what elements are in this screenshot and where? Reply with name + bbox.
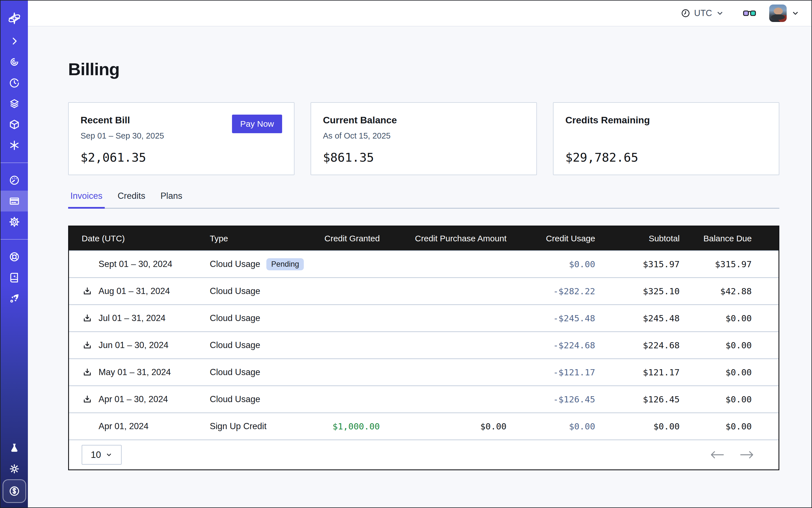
layers-icon [9,98,20,109]
download-invoice-button[interactable] [82,340,93,351]
invoice-period: Apr 01, 2024 [98,421,149,431]
page-size-select[interactable]: 10 [82,445,122,465]
sidebar-item-theme-toggle[interactable] [1,458,28,479]
table-row: Apr 01 – 30, 2024 Cloud Usage -$126.45 $… [69,385,778,413]
credit-usage: -$121.17 [519,367,608,377]
credit-usage: $0.00 [519,259,608,269]
subtotal: $126.45 [608,394,693,405]
sidebar-item-services[interactable] [1,135,28,156]
arrow-left-icon [710,451,724,459]
sidebar-item-layers[interactable] [1,93,28,114]
docs-book-icon [9,272,20,283]
download-invoice-button[interactable] [82,312,93,324]
table-row: May 01 – 31, 2024 Cloud Usage -$121.17 $… [69,358,778,385]
gauge-icon [9,175,20,186]
table-row: Jun 01 – 30, 2024 Cloud Usage -$224.68 $… [69,331,778,358]
credits-remaining-amount: $29,782.65 [565,151,767,164]
sidebar-item-usage[interactable] [1,170,28,190]
spiral-eye-icon [9,56,20,68]
col-subtotal: Subtotal [608,234,693,243]
history-timer-icon [9,77,20,88]
pay-now-button[interactable]: Pay Now [232,115,282,133]
credits-remaining-card: Credits Remaining $29,782.65 [553,102,779,175]
top-bar: UTC [28,1,811,27]
download-invoice-button[interactable] [82,286,93,297]
summary-cards: Recent Bill Sep 01 – Sep 30, 2025 $2,061… [68,102,779,175]
sidebar-item-getting-started[interactable] [1,288,28,309]
col-type: Type [210,234,311,243]
app-window: UTC Billing Recent Bill Sep 01 – Sep 30,… [0,0,812,508]
sidebar-item-packages[interactable] [1,114,28,135]
download-slot-empty [82,421,93,432]
sidebar-item-labs[interactable] [1,437,28,458]
current-balance-card: Current Balance As of Oct 15, 2025 $861.… [310,102,537,175]
balance-due: $0.00 [693,313,778,323]
balance-due: $0.00 [693,394,778,405]
credit-usage: -$126.45 [519,394,608,405]
balance-due: $0.00 [693,367,778,377]
sidebar-item-docs[interactable] [1,267,28,288]
subtotal: $325.10 [608,286,693,296]
sidebar-divider [1,163,28,163]
previous-page-button[interactable] [710,451,724,459]
chevron-down-icon [105,451,113,458]
tab-credits[interactable]: Credits [116,191,147,208]
invoices-table: Date (UTC) Type Credit Granted Credit Pu… [68,225,779,470]
sidebar-item-billing[interactable] [1,190,28,211]
chevron-down-icon [716,9,724,17]
table-header: Date (UTC) Type Credit Granted Credit Pu… [69,226,778,250]
invoice-type: Cloud Usage [210,313,260,323]
avatar[interactable] [769,4,787,22]
download-invoice-button[interactable] [82,367,93,378]
sidebar-divider [1,239,28,240]
cube-icon [9,119,20,130]
rocket-icon [9,293,20,304]
invoice-type: Cloud Usage [210,286,260,296]
reader-mode-toggle[interactable] [743,8,756,18]
col-balance-due: Balance Due [693,234,778,243]
glasses-icon [743,8,756,18]
tab-invoices[interactable]: Invoices [68,191,105,208]
balance-due: $315.97 [693,259,778,269]
theme-sun-icon [9,463,20,474]
main-content: Billing Recent Bill Sep 01 – Sep 30, 202… [28,27,811,507]
sidebar-item-history[interactable] [1,72,28,93]
chevron-right-icon [9,36,20,46]
download-icon [82,313,92,323]
credit-usage: -$282.22 [519,286,608,296]
clock-icon [681,8,690,18]
download-invoice-button[interactable] [82,394,93,405]
credit-usage: -$224.68 [519,340,608,350]
gear-icon [9,216,20,227]
sidebar-item-observe[interactable] [1,51,28,72]
invoice-type: Sign Up Credit [210,421,267,431]
next-page-button[interactable] [740,451,754,459]
invoice-type: Cloud Usage [210,259,260,269]
tab-plans[interactable]: Plans [158,191,185,208]
pagination-arrows [710,451,754,459]
sidebar-item-support[interactable] [1,246,28,267]
recent-bill-amount: $2,061.35 [81,151,282,164]
page-title: Billing [68,59,779,79]
card-sub-empty [565,131,767,141]
asterisk-icon [9,140,20,151]
subtotal: $245.48 [608,313,693,323]
download-icon [82,286,92,296]
card-title: Credits Remaining [565,115,767,126]
page-size-value: 10 [91,450,101,460]
invoice-type: Cloud Usage [210,340,260,350]
sidebar-item-credits[interactable] [3,479,26,503]
sidebar-item-home[interactable] [7,10,22,27]
credits-dollar-badge-icon [8,485,20,497]
user-menu[interactable] [769,4,800,22]
download-icon [82,367,92,377]
sidebar-item-settings[interactable] [1,211,28,232]
status-badge: Pending [266,258,304,270]
timezone-selector[interactable]: UTC [681,8,724,18]
sidebar-item-expand[interactable] [1,31,28,51]
download-icon [82,394,92,405]
credit-granted: $1,000.00 [311,421,393,431]
subtotal: $121.17 [608,367,693,377]
invoice-type: Cloud Usage [210,394,260,405]
invoice-period: Jun 01 – 30, 2024 [98,340,168,350]
